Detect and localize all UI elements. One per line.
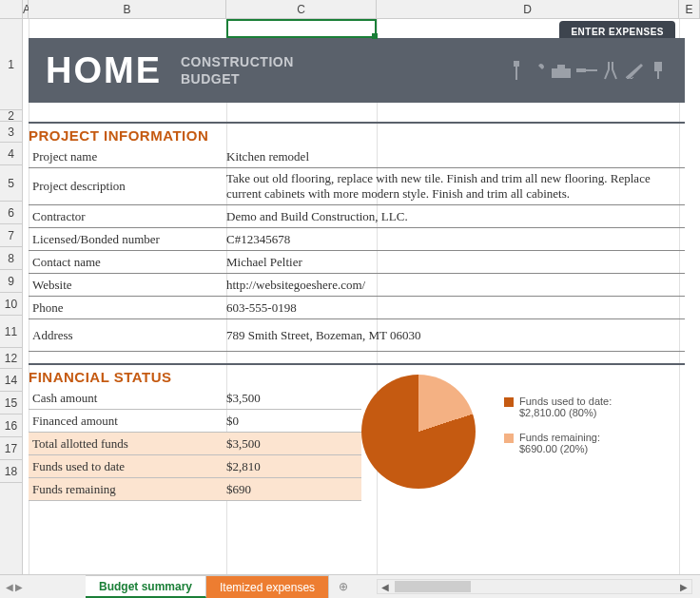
contact-value: Michael Peltier [219,255,685,270]
row-headers: 1 2 3 4 5 6 7 8 9 10 11 12 14 15 16 17 1… [0,19,23,574]
used-value: $2,810 [219,459,361,474]
license-label: Licensed/Bonded number [29,232,219,247]
used-row[interactable]: Funds used to date $2,810 [29,455,361,478]
remaining-row[interactable]: Funds remaining $690 [29,478,361,501]
project-desc-label: Project description [29,179,219,194]
svg-rect-0 [514,61,519,67]
remaining-value: $690 [219,482,361,497]
financed-value: $0 [219,414,361,429]
row-header-17[interactable]: 17 [0,437,22,460]
svg-rect-2 [552,68,571,78]
svg-rect-7 [657,71,659,79]
banner-title: HOME [46,50,162,91]
add-sheet-button[interactable]: ⊕ [329,575,358,598]
remaining-label: Funds remaining [29,482,219,497]
project-desc-row[interactable]: Project description Take out old floorin… [29,168,685,205]
svg-rect-3 [557,65,565,68]
total-value: $3,500 [219,436,361,452]
pliers-icon [601,60,620,81]
tab-next-icon[interactable]: ▶ [15,582,23,592]
row-header-3[interactable]: 3 [0,122,22,143]
cash-label: Cash amount [29,391,219,406]
row-header-4[interactable]: 4 [0,143,22,165]
address-row[interactable]: Address 789 Smith Street, Bozeman, MT 06… [29,319,685,352]
svg-rect-1 [515,67,517,80]
svg-rect-4 [576,68,586,72]
sheet-tab-bar: ◀ ▶ Budget summary Itemized expenses ⊕ ◀… [0,574,700,598]
pie-chart[interactable]: Funds used to date: $2,810.00 (80%) Fund… [361,365,675,498]
contractor-value: Demo and Build Construction, LLC. [219,209,685,224]
tab-nav-arrows[interactable]: ◀ ▶ [0,582,29,592]
row-header-6[interactable]: 6 [0,202,22,224]
col-header-B[interactable]: B [29,0,226,18]
website-row[interactable]: Website http://websitegoeshere.com/ [29,274,685,297]
financed-label: Financed amount [29,414,219,429]
column-headers: A B C D E [0,0,700,19]
phone-value: 603-555-0198 [219,300,685,316]
hammer-icon [508,59,525,82]
select-all-cell[interactable] [0,0,23,18]
scroll-left-icon[interactable]: ◀ [378,582,393,592]
license-value: C#12345678 [219,232,685,247]
col-header-C[interactable]: C [226,0,377,18]
financed-row[interactable]: Financed amount $0 [29,410,361,433]
pie-graphic [361,375,476,489]
horizontal-scrollbar[interactable]: ◀ ▶ [377,579,692,594]
row-header-8[interactable]: 8 [0,247,22,270]
used-label: Funds used to date [29,459,219,474]
address-value: 789 Smith Street, Bozeman, MT 06030 [219,328,685,343]
project-desc-value: Take out old flooring, replace with new … [219,171,685,202]
contractor-label: Contractor [29,209,219,224]
total-row[interactable]: Total allotted funds $3,500 [29,433,361,455]
legend-swatch-remaining [504,434,514,443]
phone-label: Phone [29,300,219,316]
svg-rect-6 [654,62,662,71]
contact-label: Contact name [29,255,219,270]
banner-tool-icons [508,59,668,82]
total-label: Total allotted funds [29,436,219,452]
legend-remaining: Funds remaining: $690.00 (20%) [504,432,612,454]
title-banner: HOME CONSTRUCTION BUDGET [29,38,685,103]
sheet-body[interactable]: ENTER EXPENSES HOME CONSTRUCTION BUDGET [23,19,700,574]
row-header-10[interactable]: 10 [0,293,22,316]
contractor-row[interactable]: Contractor Demo and Build Construction, … [29,205,685,228]
project-info-heading: PROJECT INFORMATION [29,122,685,145]
row-header-7[interactable]: 7 [0,224,22,247]
website-label: Website [29,278,219,293]
phone-row[interactable]: Phone 603-555-0198 [29,297,685,319]
row-header-15[interactable]: 15 [0,392,22,415]
legend-used: Funds used to date: $2,810.00 (80%) [504,395,612,418]
pie-legend: Funds used to date: $2,810.00 (80%) Fund… [504,395,612,468]
row-header-1[interactable]: 1 [0,19,22,110]
row-header-5[interactable]: 5 [0,165,22,202]
toolbox-icon [550,61,573,80]
row-header-11[interactable]: 11 [0,316,22,348]
row-header-9[interactable]: 9 [0,270,22,293]
banner-subtitle: CONSTRUCTION BUDGET [181,53,294,87]
row-header-14[interactable]: 14 [0,369,22,392]
tab-itemized-expenses[interactable]: Itemized expenses [206,575,329,598]
saw-icon [624,60,645,81]
scroll-thumb[interactable] [395,581,471,592]
paintbrush-icon [649,60,668,81]
col-header-E[interactable]: E [679,0,700,18]
website-value: http://websitegoeshere.com/ [219,278,685,293]
row-header-12[interactable]: 12 [0,348,22,369]
row-header-18[interactable]: 18 [0,460,22,483]
contact-row[interactable]: Contact name Michael Peltier [29,251,685,274]
project-name-label: Project name [29,149,219,164]
legend-swatch-used [504,397,514,407]
wrench-icon [529,62,546,79]
col-header-D[interactable]: D [377,0,679,18]
row-header-2[interactable]: 2 [0,110,22,122]
tab-prev-icon[interactable]: ◀ [6,582,13,592]
scroll-right-icon[interactable]: ▶ [676,582,691,592]
tab-budget-summary[interactable]: Budget summary [86,575,206,598]
cash-value: $3,500 [219,391,361,406]
row-header-16[interactable]: 16 [0,415,22,437]
license-row[interactable]: Licensed/Bonded number C#12345678 [29,228,685,251]
screwdriver-icon [576,64,597,77]
project-name-row[interactable]: Project name Kitchen remodel [29,145,685,168]
cash-row[interactable]: Cash amount $3,500 [29,387,361,410]
project-name-value: Kitchen remodel [219,149,685,164]
